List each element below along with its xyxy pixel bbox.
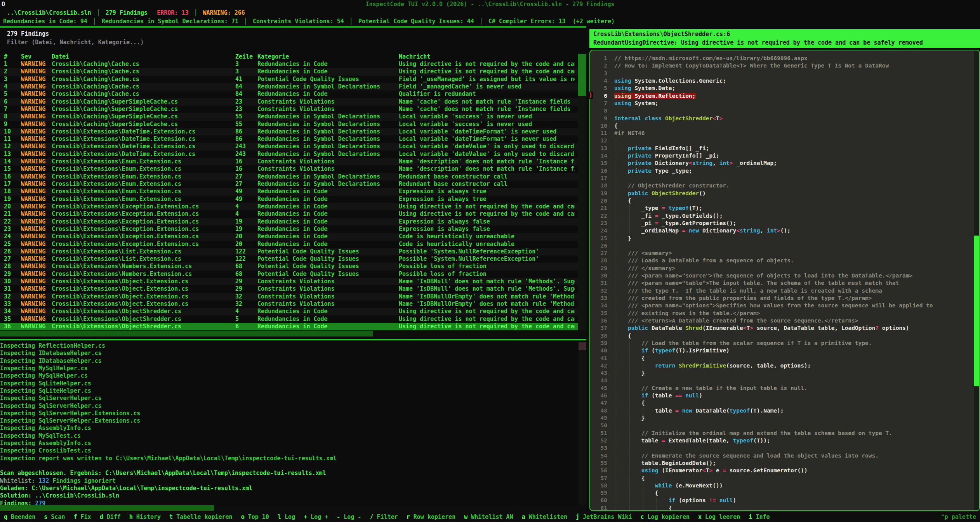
column-header[interactable]: # xyxy=(4,53,21,61)
footer-key-log-kopieren[interactable]: c Log kopieren xyxy=(641,512,690,522)
footer-key-log-leeren[interactable]: x Log leeren xyxy=(698,512,740,522)
finding-row[interactable]: 5WARNINGCrossLib\Caching\Cache.cs84Redun… xyxy=(0,90,578,98)
footer-key-history[interactable]: h History xyxy=(129,512,161,522)
footer-key-whitelist-an[interactable]: w Whitelist AN xyxy=(464,512,513,522)
finding-category: Potential Code Quality Issues xyxy=(257,76,399,83)
finding-row[interactable]: 2WARNINGCrossLib\Caching\Cache.cs3Redund… xyxy=(0,68,578,75)
scrollbar-thumb[interactable] xyxy=(578,54,586,96)
footer-key-filter[interactable]: / Filter xyxy=(370,512,398,522)
finding-row[interactable]: 31WARNINGCrossLib\Extensions\Object.Exte… xyxy=(0,285,578,293)
separator: │ xyxy=(344,18,358,25)
finding-row[interactable]: 21WARNINGCrossLib\Extensions\Exception.E… xyxy=(0,210,578,218)
footer-key-beenden[interactable]: q Beenden xyxy=(4,512,35,522)
finding-severity: WARNING xyxy=(21,113,52,120)
column-header[interactable]: Sev xyxy=(21,53,52,61)
finding-severity: WARNING xyxy=(21,180,52,188)
finding-row[interactable]: 10WARNINGCrossLib\Extensions\DateTime.Ex… xyxy=(0,128,578,135)
finding-row[interactable]: 23WARNINGCrossLib\Extensions\Exception.E… xyxy=(0,225,578,233)
finding-row[interactable]: 12WARNINGCrossLib\Extensions\DateTime.Ex… xyxy=(0,143,578,150)
footer-key-info[interactable]: i Info xyxy=(749,512,770,522)
column-header[interactable]: Zeile xyxy=(235,53,257,61)
footer-key-log-[interactable]: + Log + xyxy=(304,512,328,522)
finding-row[interactable]: 14WARNINGCrossLib\Extensions\Enum.Extens… xyxy=(0,158,578,165)
finding-row[interactable]: 11WARNINGCrossLib\Extensions\DateTime.Ex… xyxy=(0,135,578,143)
finding-category: Redundancies in Code xyxy=(257,203,399,210)
finding-file: CrossLib\Caching\Cache.cs xyxy=(52,68,235,75)
finding-row[interactable]: 28WARNINGCrossLib\Extensions\Numbers.Ext… xyxy=(0,263,578,270)
finding-line: 122 xyxy=(235,248,257,255)
finding-row[interactable]: 20WARNINGCrossLib\Extensions\Exception.E… xyxy=(0,203,578,210)
finding-row[interactable]: 27WARNINGCrossLib\Extensions\List.Extens… xyxy=(0,255,578,263)
finding-row[interactable]: 8WARNINGCrossLib\Caching\SuperSimpleCach… xyxy=(0,113,578,120)
scrollbar-thumb[interactable] xyxy=(0,505,214,511)
finding-row[interactable]: 25WARNINGCrossLib\Extensions\Exception.E… xyxy=(0,241,578,248)
finding-row[interactable]: 17WARNINGCrossLib\Extensions\Enum.Extens… xyxy=(0,180,578,188)
findings-vertical-scrollbar[interactable] xyxy=(578,53,586,330)
finding-row[interactable]: 35WARNINGCrossLib\Extensions\ObjectShred… xyxy=(0,316,578,323)
finding-row[interactable]: 6WARNINGCrossLib\Caching\SuperSimpleCach… xyxy=(0,98,578,106)
scrollbar-thumb[interactable] xyxy=(579,342,586,350)
code-line: 47│ │ { xyxy=(590,399,978,407)
finding-severity: WARNING xyxy=(21,68,52,75)
finding-category: Constraints Violations xyxy=(257,300,399,308)
finding-line: 122 xyxy=(235,255,257,263)
finding-row[interactable]: 26WARNINGCrossLib\Extensions\List.Extens… xyxy=(0,248,578,255)
finding-row[interactable]: 18WARNINGCrossLib\Extensions\Enum.Extens… xyxy=(0,188,578,195)
column-header[interactable]: Kategorie xyxy=(257,53,399,61)
finding-row[interactable]: 29WARNINGCrossLib\Extensions\Numbers.Ext… xyxy=(0,271,578,278)
separator: │ xyxy=(188,9,203,16)
finding-index: 7 xyxy=(4,106,21,113)
code-line: 54│ │ // Enumerate the source sequence a… xyxy=(590,452,978,460)
findings-horizontal-scrollbar[interactable] xyxy=(0,330,586,337)
column-header[interactable]: Nachricht xyxy=(399,53,575,61)
footer-key-scan[interactable]: s Scan xyxy=(44,512,65,522)
code-vertical-scrollbar[interactable] xyxy=(974,50,979,510)
finding-file: CrossLib\Extensions\Exception.Extension.… xyxy=(52,218,235,225)
finding-row[interactable]: 1WARNINGCrossLib\Caching\Cache.cs3Redund… xyxy=(0,61,578,68)
finding-row[interactable]: 34WARNINGCrossLib\Extensions\ObjectShred… xyxy=(0,308,578,315)
category-status-bar: Redundancies in Code: 94│Redundancies in… xyxy=(0,17,980,26)
footer-key-diff[interactable]: d Diff xyxy=(100,512,121,522)
footer-key-top-10[interactable]: o Top 10 xyxy=(241,512,269,522)
footer-key-whitelisten[interactable]: a Whitelisten xyxy=(522,512,567,522)
footer-key-jetbrains-wiki[interactable]: j JetBrains Wiki xyxy=(576,512,632,522)
code-line: 25│ } xyxy=(590,235,978,242)
finding-row[interactable]: 15WARNINGCrossLib\Extensions\Enum.Extens… xyxy=(0,165,578,173)
finding-row[interactable]: 33WARNINGCrossLib\Extensions\Object.Exte… xyxy=(0,300,578,308)
finding-row[interactable]: 22WARNINGCrossLib\Extensions\Exception.E… xyxy=(0,218,578,225)
finding-message: Code is heuristically unreachable xyxy=(399,233,575,240)
log-horizontal-scrollbar[interactable] xyxy=(0,505,586,511)
code-preview-panel[interactable]: 1// https://msdn.microsoft.com/en-us/lib… xyxy=(589,50,980,511)
finding-row[interactable]: 36WARNINGCrossLib\Extensions\ObjectShred… xyxy=(0,323,578,330)
finding-row[interactable]: 3WARNINGCrossLib\Caching\Cache.cs41Poten… xyxy=(0,76,578,83)
filter-input[interactable] xyxy=(7,39,551,46)
palette-hint[interactable]: ^p palette xyxy=(941,512,976,522)
finding-row[interactable]: 13WARNINGCrossLib\Extensions\DateTime.Ex… xyxy=(0,151,578,158)
code-line: 9internal class ObjectShredder<T> xyxy=(590,115,978,122)
finding-index: 23 xyxy=(4,225,21,233)
finding-row[interactable]: 32WARNINGCrossLib\Extensions\Object.Exte… xyxy=(0,293,578,300)
footer-key-tabelle-kopieren[interactable]: t Tabelle kopieren xyxy=(169,512,233,522)
footer-key-log-[interactable]: - Log - xyxy=(337,512,361,522)
footer-key-row-kopieren[interactable]: r Row kopieren xyxy=(407,512,455,522)
footer-key-log[interactable]: l Log xyxy=(278,512,295,522)
footer-key-fix[interactable]: f Fix xyxy=(73,512,91,522)
code-line: 61│ │ │ │ { xyxy=(590,505,978,511)
highlighted-line-marker: ) xyxy=(588,92,593,99)
finding-message: Name 'cache' does not match rule 'Instan… xyxy=(399,106,575,113)
finding-row[interactable]: 16WARNINGCrossLib\Extensions\Enum.Extens… xyxy=(0,173,578,180)
finding-row[interactable]: 24WARNINGCrossLib\Extensions\Exception.E… xyxy=(0,233,578,240)
log-vertical-scrollbar[interactable] xyxy=(579,342,586,505)
finding-row[interactable]: 30WARNINGCrossLib\Extensions\Object.Exte… xyxy=(0,278,578,285)
findings-table[interactable]: 1WARNINGCrossLib\Caching\Cache.cs3Redund… xyxy=(0,61,578,330)
finding-row[interactable]: 9WARNINGCrossLib\Caching\SuperSimpleCach… xyxy=(0,121,578,128)
finding-message: Using directive is not required by the c… xyxy=(399,203,575,210)
finding-message: Using directive is not required by the c… xyxy=(399,210,575,218)
scrollbar-thumb[interactable] xyxy=(974,236,979,386)
finding-row[interactable]: 19WARNINGCrossLib\Extensions\Enum.Extens… xyxy=(0,196,578,203)
column-header[interactable]: Datei xyxy=(52,53,235,61)
finding-row[interactable]: 7WARNINGCrossLib\Caching\SuperSimpleCach… xyxy=(0,106,578,113)
scrollbar-thumb[interactable] xyxy=(0,331,373,336)
solution-path: ..\CrossLib\CrossLib.sln xyxy=(7,9,91,16)
finding-row[interactable]: 4WARNINGCrossLib\Caching\Cache.cs64Redun… xyxy=(0,83,578,90)
